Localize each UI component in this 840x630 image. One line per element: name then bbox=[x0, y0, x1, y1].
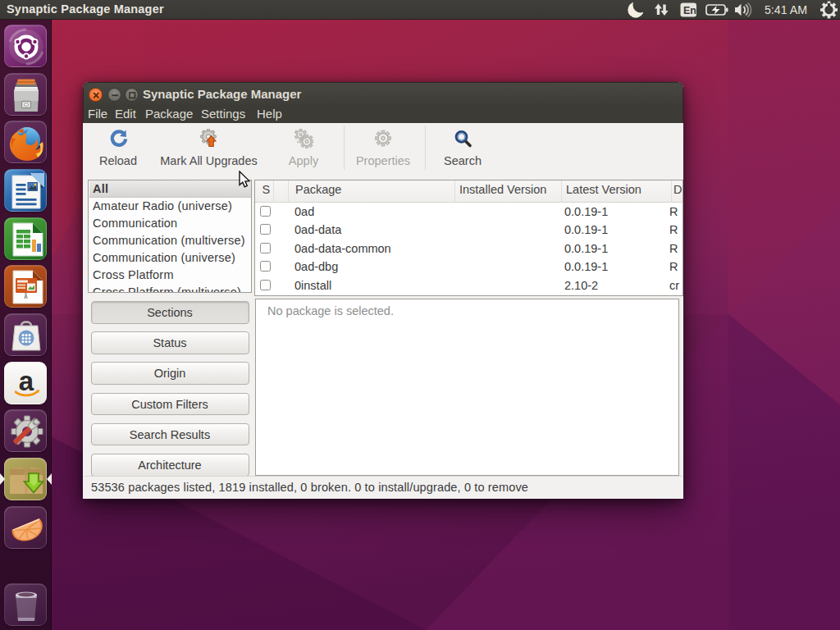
svg-text:En: En bbox=[683, 5, 696, 16]
